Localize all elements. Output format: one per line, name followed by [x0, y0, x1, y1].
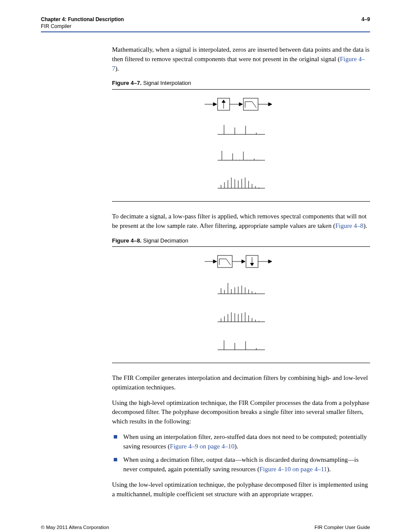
bullet-list: When using an interpolation filter, zero… — [112, 432, 370, 474]
paragraph: To decimate a signal, a low-pass filter … — [112, 212, 370, 231]
chapter-label: Chapter 4: — [41, 16, 66, 22]
main-content: Mathematically, when a signal is interpo… — [112, 45, 370, 499]
header-rule — [41, 31, 370, 32]
list-item: When using a decimation filter, output d… — [112, 455, 370, 474]
svg-rect-7 — [243, 98, 258, 110]
chapter-title: Functional Description — [68, 16, 124, 22]
text: Mathematically, when a signal is interpo… — [112, 46, 370, 62]
text: ). — [327, 466, 331, 473]
figure-4-8-link[interactable]: Figure 4–8 — [335, 222, 363, 229]
svg-marker-4 — [222, 100, 225, 103]
footer-left: © May 2011 Altera Corporation — [41, 525, 109, 530]
figure-4-8-caption: Figure 4–8. Signal Decimation — [112, 237, 370, 245]
paragraph: Using the low-level optimization techniq… — [112, 480, 370, 499]
svg-rect-42 — [218, 255, 232, 268]
svg-marker-49 — [268, 260, 272, 263]
figure-4-7-caption: Figure 4–7. Signal Interpolation — [112, 79, 370, 87]
page-footer: © May 2011 Altera Corporation FIR Compil… — [41, 525, 370, 530]
svg-marker-41 — [213, 260, 217, 263]
svg-marker-1 — [213, 103, 217, 106]
page-header: Chapter 4: Functional Description FIR Co… — [41, 16, 370, 30]
text: ). — [115, 65, 119, 72]
page-number: 4–9 — [361, 16, 370, 30]
figure-title: Signal Decimation — [142, 237, 188, 244]
figure-4-9-link[interactable]: Figure 4–9 on page 4–10 — [170, 443, 234, 450]
text: To decimate a signal, a low-pass filter … — [112, 213, 367, 229]
signal-interpolation-diagram — [196, 96, 286, 195]
svg-marker-6 — [239, 103, 243, 106]
footer-right: FIR Compiler User Guide — [314, 525, 370, 530]
paragraph: Using the high-level optimization techni… — [112, 398, 370, 426]
svg-marker-44 — [242, 260, 245, 263]
figure-4-7 — [112, 89, 370, 202]
text: When using an interpolation filter, zero… — [123, 433, 367, 450]
svg-marker-47 — [250, 263, 254, 266]
figure-number: Figure 4–7. — [112, 80, 142, 86]
text: ). — [364, 222, 367, 229]
section-name: FIR Compiler — [41, 23, 124, 30]
figure-4-10-link[interactable]: Figure 4–10 on page 4–11 — [259, 466, 327, 473]
paragraph: Mathematically, when a signal is interpo… — [112, 45, 370, 73]
text: ). — [234, 443, 238, 450]
figure-number: Figure 4–8. — [112, 237, 142, 244]
figure-title: Signal Interpolation — [142, 80, 191, 86]
signal-decimation-diagram — [196, 253, 286, 356]
paragraph: The FIR Compiler generates interpolation… — [112, 373, 370, 392]
figure-4-8 — [112, 246, 370, 363]
svg-marker-9 — [268, 103, 272, 106]
list-item: When using an interpolation filter, zero… — [112, 432, 370, 451]
